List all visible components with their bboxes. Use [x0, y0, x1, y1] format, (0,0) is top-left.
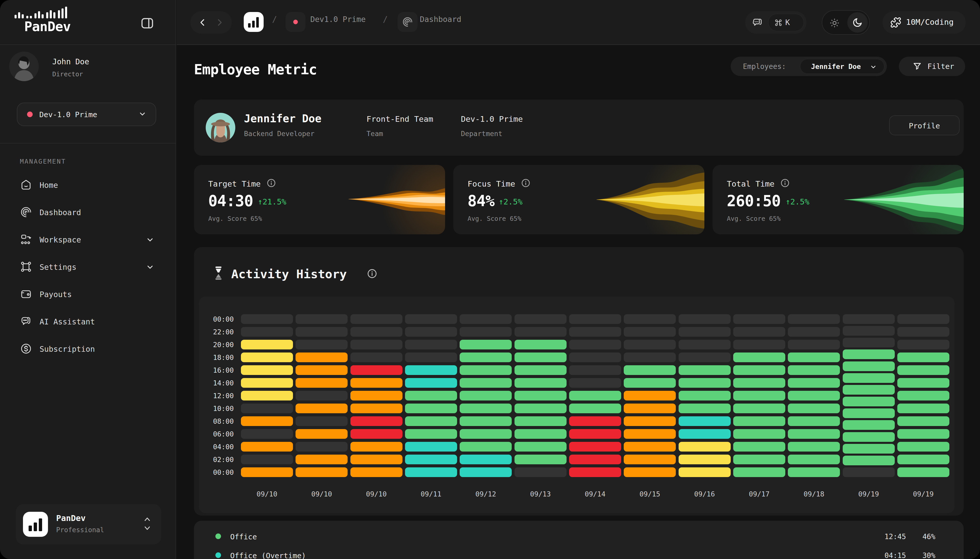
- org-card[interactable]: PanDev Professional: [16, 504, 161, 544]
- heatmap-cell[interactable]: [897, 442, 949, 452]
- heatmap-cell[interactable]: [897, 378, 949, 388]
- heatmap-cell[interactable]: [897, 391, 949, 400]
- heatmap-cell[interactable]: [514, 340, 567, 349]
- heatmap-cell[interactable]: [514, 442, 567, 452]
- heatmap-cell[interactable]: [459, 404, 512, 413]
- heatmap-cell[interactable]: [459, 340, 512, 349]
- heatmap-cell[interactable]: [624, 416, 676, 426]
- heatmap-cell[interactable]: [350, 365, 402, 375]
- heatmap-cell[interactable]: [296, 442, 348, 452]
- heatmap-cell[interactable]: [350, 314, 402, 324]
- info-icon[interactable]: [521, 178, 530, 188]
- heatmap-cell[interactable]: [788, 429, 840, 439]
- info-icon[interactable]: [780, 178, 790, 188]
- heatmap-cell[interactable]: [296, 455, 348, 464]
- sidebar-item-subscription[interactable]: Subscription: [8, 336, 169, 361]
- heatmap-cell[interactable]: [569, 416, 621, 426]
- heatmap-cell[interactable]: [405, 378, 457, 388]
- heatmap-cell[interactable]: [733, 365, 785, 375]
- heatmap-cell[interactable]: [514, 467, 567, 477]
- forward-icon[interactable]: [214, 17, 225, 28]
- heatmap-cell[interactable]: [405, 314, 457, 324]
- heatmap-cell[interactable]: [733, 442, 785, 452]
- sidebar-collapse-icon[interactable]: [140, 16, 155, 31]
- heatmap-cell[interactable]: [405, 340, 457, 349]
- heatmap-cell[interactable]: [350, 352, 402, 362]
- heatmap-cell[interactable]: [733, 404, 785, 413]
- heatmap-cell[interactable]: [296, 340, 348, 349]
- heatmap-cell[interactable]: [624, 467, 676, 477]
- heatmap-cell[interactable]: [459, 378, 512, 388]
- heatmap-cell[interactable]: [241, 340, 293, 349]
- heatmap-cell[interactable]: [405, 429, 457, 439]
- heatmap-cell[interactable]: [241, 467, 293, 477]
- heatmap-cell[interactable]: [296, 352, 348, 362]
- heatmap-cell[interactable]: [624, 314, 676, 324]
- info-icon[interactable]: [266, 178, 276, 188]
- heatmap-cell[interactable]: [897, 429, 949, 439]
- heatmap-cell[interactable]: [788, 391, 840, 400]
- back-icon[interactable]: [198, 17, 208, 28]
- heatmap-cell[interactable]: [569, 455, 621, 464]
- heatmap-cell[interactable]: [788, 442, 840, 452]
- heatmap-cell[interactable]: [624, 327, 676, 337]
- heatmap-cell[interactable]: [514, 327, 567, 337]
- heatmap-cell[interactable]: [733, 391, 785, 400]
- heatmap-cell[interactable]: [405, 467, 457, 477]
- heatmap-cell[interactable]: [788, 314, 840, 324]
- heatmap-cell[interactable]: [679, 340, 730, 349]
- heatmap-cell[interactable]: [296, 429, 348, 439]
- heatmap-cell[interactable]: [350, 429, 402, 439]
- heatmap-cell[interactable]: [296, 404, 348, 413]
- heatmap-cell[interactable]: [350, 455, 402, 464]
- heatmap-cell[interactable]: [733, 314, 785, 324]
- heatmap-cell[interactable]: [459, 314, 512, 324]
- heatmap-cell[interactable]: [405, 416, 457, 426]
- heatmap-cell[interactable]: [897, 327, 949, 337]
- heatmap-cell[interactable]: [514, 391, 567, 400]
- sidebar-item-ai-assistant[interactable]: AI Assistant: [8, 309, 169, 334]
- heatmap-cell[interactable]: [405, 404, 457, 413]
- heatmap-cell[interactable]: [459, 467, 512, 477]
- heatmap-cell[interactable]: [679, 404, 730, 413]
- sidebar-item-workspace[interactable]: Workspace: [8, 227, 169, 252]
- heatmap-cell[interactable]: [569, 404, 621, 413]
- heatmap-cell[interactable]: [405, 365, 457, 375]
- heatmap-cell[interactable]: [459, 352, 512, 362]
- team-selector[interactable]: Dev-1.0 Prime: [17, 103, 156, 126]
- heatmap-cell[interactable]: [679, 378, 730, 388]
- heatmap-cell[interactable]: [241, 442, 293, 452]
- heatmap-cell[interactable]: [733, 327, 785, 337]
- heatmap-cell[interactable]: [459, 391, 512, 400]
- heatmap-cell[interactable]: [679, 455, 730, 464]
- heatmap-cell[interactable]: [569, 340, 621, 349]
- heatmap-cell[interactable]: [241, 416, 293, 426]
- heatmap-cell[interactable]: [679, 416, 730, 426]
- heatmap-cell[interactable]: [514, 416, 567, 426]
- heatmap-cell[interactable]: [569, 327, 621, 337]
- heatmap-cell[interactable]: [897, 467, 949, 477]
- heatmap-cell[interactable]: [897, 314, 949, 324]
- heatmap-cell[interactable]: [296, 467, 348, 477]
- heatmap-cell[interactable]: [897, 455, 949, 464]
- sidebar-item-payouts[interactable]: Payouts: [8, 282, 169, 306]
- heatmap-cell[interactable]: [569, 352, 621, 362]
- heatmap-cell[interactable]: [679, 391, 730, 400]
- employee-select-value[interactable]: Jennifer Doe: [800, 59, 884, 74]
- heatmap-cell[interactable]: [624, 429, 676, 439]
- heatmap-cell[interactable]: [241, 352, 293, 362]
- heatmap-cell[interactable]: [679, 429, 730, 439]
- heatmap-cell[interactable]: [569, 391, 621, 400]
- heatmap-cell[interactable]: [459, 429, 512, 439]
- heatmap-cell[interactable]: [241, 404, 293, 413]
- heatmap-cell[interactable]: [569, 365, 621, 375]
- heatmap-cell[interactable]: [843, 349, 895, 359]
- heatmap-cell[interactable]: [405, 455, 457, 464]
- info-icon[interactable]: [367, 268, 378, 279]
- sidebar-item-dashboard[interactable]: Dashboard: [8, 200, 169, 224]
- heatmap-cell[interactable]: [296, 391, 348, 400]
- heatmap-cell[interactable]: [843, 420, 895, 430]
- heatmap-cell[interactable]: [514, 352, 567, 362]
- breadcrumb-team-icon[interactable]: [286, 12, 306, 32]
- heatmap-cell[interactable]: [405, 327, 457, 337]
